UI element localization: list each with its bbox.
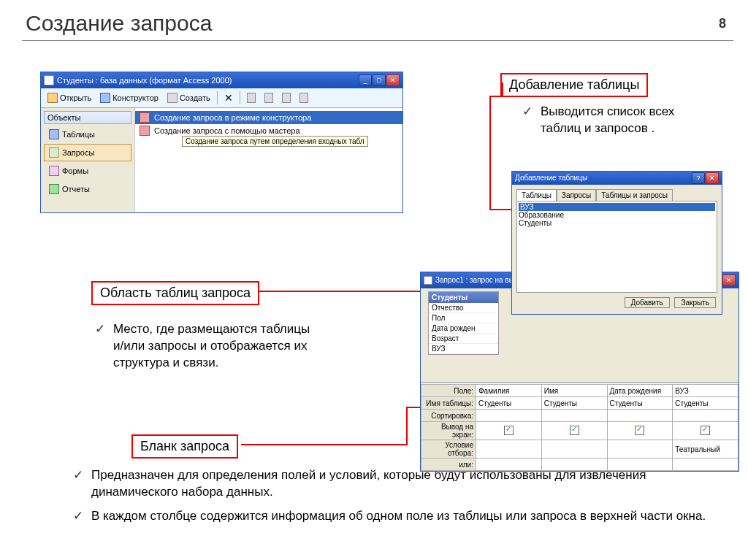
show-checkbox[interactable] <box>635 426 644 435</box>
row-label-sort: Сортировка: <box>421 410 476 422</box>
queries-item[interactable]: Запросы <box>44 144 131 161</box>
database-window: Студенты : база данных (формат Access 20… <box>40 72 403 213</box>
db-title: Студенты : база данных (формат Access 20… <box>57 72 232 88</box>
page-number: 8 <box>719 16 726 31</box>
blank-description: Предназначен для определения полей и усл… <box>73 467 709 532</box>
row-label-table: Имя таблицы: <box>421 397 476 410</box>
row-label-show: Вывод на экран: <box>421 422 476 440</box>
row-label-criteria: Условие отбора: <box>421 440 476 459</box>
dialog-title: Добавление таблицы <box>515 172 587 185</box>
dialog-tabs: Таблицы Запросы Таблицы и запросы <box>516 189 717 201</box>
reports-item[interactable]: Отчеты <box>44 180 131 198</box>
callout-table-area: Область таблиц запроса <box>91 281 259 305</box>
callout-line <box>489 96 503 97</box>
field-item[interactable]: Пол <box>429 313 498 323</box>
dialog-titlebar: Добавление таблицы ? ✕ <box>512 172 722 185</box>
open-button[interactable]: Открыть <box>44 91 95 105</box>
close-button[interactable]: ✕ <box>386 74 400 86</box>
row-label-or: или: <box>421 459 476 471</box>
db-icon <box>44 75 54 85</box>
forms-item[interactable]: Формы <box>44 162 131 180</box>
add-button[interactable]: Добавить <box>625 297 670 308</box>
show-checkbox[interactable] <box>701 426 710 435</box>
db-titlebar: Студенты : база данных (формат Access 20… <box>41 72 402 88</box>
maximize-button[interactable]: □ <box>373 74 386 86</box>
tab-both[interactable]: Таблицы и запросы <box>596 189 673 201</box>
row-label-field: Поле: <box>421 385 476 397</box>
dialog-buttons: Добавить Закрыть <box>512 297 722 314</box>
close-button[interactable]: ✕ <box>722 275 736 286</box>
field-item[interactable]: Возраст <box>429 334 498 344</box>
create-button[interactable]: Создать <box>164 91 214 105</box>
field-item[interactable]: Дата рожден <box>429 323 498 334</box>
design-grid[interactable]: Поле: Фамилия Имя Дата рождения ВУЗ Имя … <box>421 384 739 471</box>
create-designer-item[interactable]: Создание запроса в режиме конструктора <box>135 111 402 124</box>
list-item[interactable]: ВУЗ <box>519 203 715 211</box>
field-item[interactable]: ВУЗ <box>429 344 498 354</box>
delete-button[interactable]: ✕ <box>221 90 237 106</box>
help-button[interactable]: ? <box>692 172 705 184</box>
fields-table[interactable]: Студенты Отчество Пол Дата рожден Возрас… <box>428 291 499 355</box>
add-table-description: Выводится список всех таблиц и запросов … <box>522 104 712 145</box>
show-checkbox[interactable] <box>570 426 579 435</box>
list-item[interactable]: Студенты <box>519 219 715 227</box>
query-icon <box>424 276 432 285</box>
page-title: Создание запроса <box>26 11 212 36</box>
view-button4[interactable] <box>296 91 312 105</box>
design-button[interactable]: Конструктор <box>96 91 162 105</box>
callout-blank: Бланк запроса <box>131 434 238 459</box>
view-button3[interactable] <box>278 91 294 105</box>
area-description: Место, где размещаются таблицы и/или зап… <box>95 321 314 379</box>
add-table-dialog: Добавление таблицы ? ✕ Таблицы Запросы Т… <box>511 171 722 315</box>
table-list[interactable]: ВУЗ Образование Студенты <box>516 201 717 293</box>
close-button[interactable]: ✕ <box>706 172 719 184</box>
minimize-button[interactable]: _ <box>359 74 372 86</box>
tooltip: Создание запроса путем определения входн… <box>182 136 368 147</box>
callout-line <box>502 83 503 96</box>
query-grid: Поле: Фамилия Имя Дата рождения ВУЗ Имя … <box>421 384 739 471</box>
view-button1[interactable] <box>243 91 259 105</box>
callout-line <box>406 407 408 445</box>
tab-tables[interactable]: Таблицы <box>516 189 557 201</box>
close-button[interactable]: Закрыть <box>674 297 716 308</box>
divider <box>22 40 733 41</box>
db-toolbar: Открыть Конструктор Создать ✕ <box>41 88 402 108</box>
list-item[interactable]: Образование <box>519 211 715 219</box>
tab-queries[interactable]: Запросы <box>557 189 596 201</box>
tables-item[interactable]: Таблицы <box>44 126 131 143</box>
view-button2[interactable] <box>261 91 277 105</box>
field-item[interactable]: Отчество <box>429 303 498 313</box>
callout-line <box>489 96 491 209</box>
table-header: Студенты <box>429 292 498 303</box>
object-panel: Объекты Таблицы Запросы Формы Отчеты <box>41 108 135 212</box>
callout-add-table: Добавление таблицы <box>500 73 648 97</box>
objects-header: Объекты <box>44 111 131 124</box>
show-checkbox[interactable] <box>504 426 514 435</box>
item-list: Создание запроса в режиме конструктора С… <box>135 108 402 212</box>
callout-line <box>241 444 408 445</box>
